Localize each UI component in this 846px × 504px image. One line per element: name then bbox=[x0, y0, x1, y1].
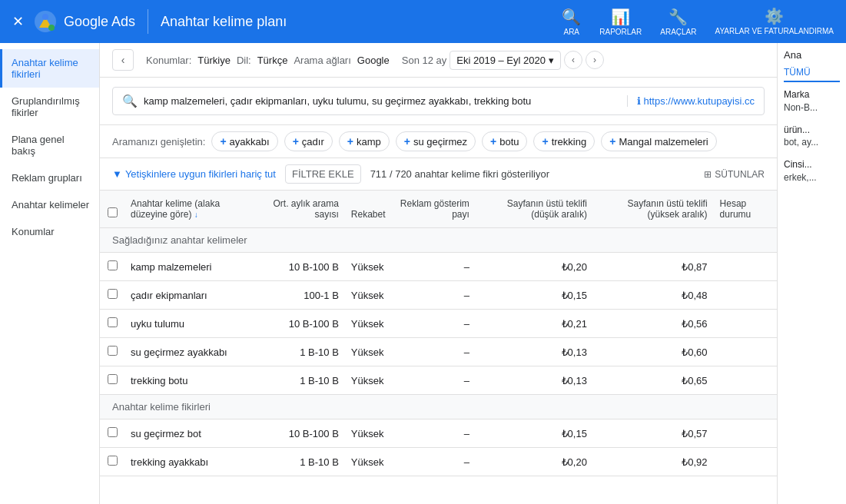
row-checkbox[interactable] bbox=[108, 427, 118, 437]
searches-cell: 10 B-100 B bbox=[262, 419, 345, 448]
row-checkbox-cell bbox=[100, 253, 124, 281]
expand-row: Aramanızı genişletin: + ayakkabı + çadır… bbox=[100, 125, 777, 158]
expand-chip-ayakkabi[interactable]: + ayakkabı bbox=[211, 131, 277, 151]
columns-button[interactable]: ⊞ SÜTUNLAR bbox=[704, 169, 765, 180]
network-value: Google bbox=[357, 55, 390, 66]
ad-impression-label: Reklam gösterim payı bbox=[400, 198, 469, 220]
competition-cell: Yüksek bbox=[345, 419, 392, 448]
row-checkbox[interactable] bbox=[108, 317, 118, 327]
status-cell bbox=[714, 366, 777, 395]
expand-chip-cadir[interactable]: + çadır bbox=[284, 131, 333, 151]
keyword-cell: çadır ekipmanları bbox=[124, 281, 262, 310]
table-row: uyku tulumu 10 B-100 B Yüksek – ₺0,21 ₺0… bbox=[100, 310, 777, 338]
sidebar-item-anahtar-kelimeler[interactable]: Anahtar kelimeler bbox=[0, 191, 99, 218]
plus-icon: + bbox=[542, 135, 548, 148]
sidebar-item-label: Anahtar kelime fikirleri bbox=[12, 57, 78, 80]
location-label: Konumlar: bbox=[146, 55, 191, 66]
table-row: trekking ayakkabı 1 B-10 B Yüksek – ₺0,2… bbox=[100, 448, 777, 476]
sidebar-item-reklam-gruplari[interactable]: Reklam grupları bbox=[0, 164, 99, 191]
main-layout: Anahtar kelime fikirleri Gruplandırılmış… bbox=[0, 43, 846, 504]
expand-chip-botu[interactable]: + botu bbox=[482, 131, 528, 151]
date-prev-button[interactable]: ‹ bbox=[564, 51, 582, 69]
filter-chip-adult[interactable]: ▼ Yetişkinlere uygun fikirleri hariç tut bbox=[112, 168, 276, 180]
sidebar-item-gruplandirilmis-fikirler[interactable]: Gruplandırılmış fikirler bbox=[0, 88, 99, 126]
search-query-text: kamp malzemeleri, çadır ekipmanları, uyk… bbox=[144, 95, 621, 107]
bid-low-cell: ₺0,21 bbox=[476, 310, 593, 338]
back-button[interactable]: ‹ bbox=[112, 49, 134, 71]
plus-icon: + bbox=[404, 135, 410, 148]
toolbar: ‹ Konumlar: Türkiye Dil: Türkçe Arama ağ… bbox=[100, 43, 777, 78]
impression-cell: – bbox=[392, 310, 476, 338]
url-info-icon: ℹ bbox=[637, 95, 641, 107]
add-filter-button[interactable]: FİLTRE EKLE bbox=[285, 164, 361, 184]
reports-nav-icon[interactable]: 📊 RAPORLAR bbox=[599, 8, 642, 36]
chip-label: trekking bbox=[552, 136, 587, 148]
row-checkbox[interactable] bbox=[108, 260, 118, 270]
row-checkbox[interactable] bbox=[108, 289, 118, 299]
table-row: su geçirmez bot 10 B-100 B Yüksek – ₺0,1… bbox=[100, 419, 777, 448]
select-all-checkbox[interactable] bbox=[108, 207, 118, 217]
svg-point-3 bbox=[48, 25, 55, 31]
plus-icon: + bbox=[220, 135, 226, 148]
monthly-searches-header: Ort. aylık arama sayısı bbox=[262, 191, 345, 228]
keyword-header-label: Anahtar kelime (alaka düzeyine göre) bbox=[131, 198, 220, 220]
filter-count-text: 711 / 720 anahtar kelime fikri gösterili… bbox=[370, 168, 695, 180]
bid-high-cell: ₺0,57 bbox=[593, 419, 714, 448]
toolbar-info: Konumlar: Türkiye Dil: Türkçe Arama ağla… bbox=[146, 55, 390, 66]
settings-nav-icon[interactable]: ⚙️ AYARLAR VE FATURALANDIRMA bbox=[715, 7, 834, 36]
plus-icon: + bbox=[293, 135, 299, 148]
right-panel-item-cinsi: Cinsi... erkek,... bbox=[784, 158, 840, 184]
filter-chip-label: Yetişkinlere uygun fikirleri hariç tut bbox=[125, 168, 276, 180]
filter-row: ▼ Yetişkinlere uygun fikirleri hariç tut… bbox=[100, 158, 777, 191]
searches-cell: 10 B-100 B bbox=[262, 253, 345, 281]
expand-chip-mangal[interactable]: + Mangal malzemeleri bbox=[601, 131, 717, 151]
bid-low-cell: ₺0,15 bbox=[476, 281, 593, 310]
right-panel-item-label: Cinsi... bbox=[784, 158, 840, 171]
competition-label: Rekabet bbox=[351, 209, 386, 220]
bid-high-cell: ₺0,60 bbox=[593, 338, 714, 366]
columns-icon: ⊞ bbox=[704, 169, 712, 180]
competition-cell: Yüksek bbox=[345, 281, 392, 310]
top-bid-low-header: Sayfanın üstü teklifi (düşük aralık) bbox=[476, 191, 593, 228]
row-checkbox[interactable] bbox=[108, 374, 118, 384]
period-label: Son 12 ay bbox=[402, 55, 447, 66]
sidebar-item-plana-genel-bakis[interactable]: Plana genel bakış bbox=[0, 126, 99, 164]
keyword-cell: trekking ayakkabı bbox=[124, 448, 262, 476]
expand-chip-trekking[interactable]: + trekking bbox=[533, 131, 595, 151]
select-all-header bbox=[100, 191, 124, 228]
row-checkbox[interactable] bbox=[108, 346, 118, 356]
search-area: 🔍 kamp malzemeleri, çadır ekipmanları, u… bbox=[100, 78, 777, 125]
bid-low-cell: ₺0,20 bbox=[476, 253, 593, 281]
account-status-header: Hesap durumu bbox=[714, 191, 777, 228]
expand-chip-su-gecirmez[interactable]: + su geçirmez bbox=[396, 131, 476, 151]
tools-nav-icon[interactable]: 🔧 ARAÇLAR bbox=[660, 8, 696, 36]
reports-nav-label: RAPORLAR bbox=[599, 28, 642, 36]
dropdown-arrow-icon: ▾ bbox=[549, 55, 554, 66]
right-panel-tab[interactable]: TÜMÜ bbox=[784, 67, 840, 82]
nav-divider bbox=[148, 9, 148, 34]
status-cell bbox=[714, 419, 777, 448]
close-button[interactable]: ✕ bbox=[12, 13, 24, 30]
sidebar-item-anahtar-kelime-fikirleri[interactable]: Anahtar kelime fikirleri bbox=[0, 49, 99, 88]
date-range-dropdown[interactable]: Eki 2019 – Eyl 2020 ▾ bbox=[450, 51, 561, 70]
bid-low-cell: ₺0,15 bbox=[476, 419, 593, 448]
sidebar-item-konumlar[interactable]: Konumlar bbox=[0, 218, 99, 245]
searches-cell: 100-1 B bbox=[262, 281, 345, 310]
section2-label: Anahtar kelime fikirleri bbox=[100, 395, 777, 419]
impression-cell: – bbox=[392, 338, 476, 366]
brand-name: Google Ads bbox=[64, 14, 135, 30]
keyword-cell: uyku tulumu bbox=[124, 310, 262, 338]
competition-cell: Yüksek bbox=[345, 366, 392, 395]
status-cell bbox=[714, 310, 777, 338]
date-next-button[interactable]: › bbox=[586, 51, 604, 69]
search-nav-icon[interactable]: 🔍 ARA bbox=[562, 8, 581, 36]
language-value: Türkçe bbox=[257, 55, 288, 66]
top-nav: ✕ Google Ads Anahtar kelime planı 🔍 ARA … bbox=[0, 0, 846, 43]
expand-chip-kamp[interactable]: + kamp bbox=[339, 131, 390, 151]
right-panel-item-sub: erkek,... bbox=[784, 171, 840, 184]
status-cell bbox=[714, 253, 777, 281]
searches-cell: 1 B-10 B bbox=[262, 448, 345, 476]
chip-label: ayakkabı bbox=[230, 136, 270, 148]
gear-icon: ⚙️ bbox=[765, 7, 784, 25]
row-checkbox[interactable] bbox=[108, 456, 118, 466]
